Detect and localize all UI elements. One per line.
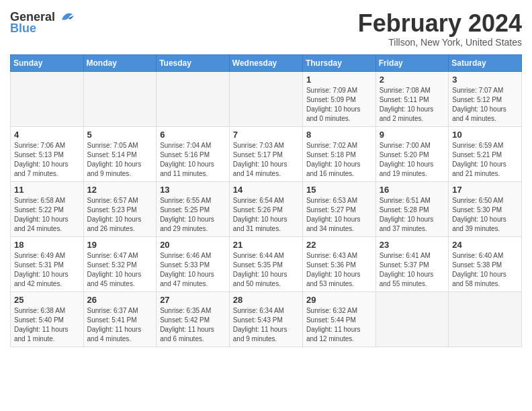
day-number: 13 [160, 185, 226, 195]
calendar-week-row: 25Sunrise: 6:38 AMSunset: 5:40 PMDayligh… [11, 291, 522, 347]
day-number: 24 [452, 240, 518, 250]
page-header: General Blue February 2024 Tillson, New … [10, 10, 522, 48]
day-number: 22 [306, 240, 372, 250]
day-number: 18 [14, 240, 80, 250]
calendar-cell: 22Sunrise: 6:43 AMSunset: 5:36 PMDayligh… [302, 236, 375, 291]
day-number: 17 [452, 185, 518, 195]
calendar-header: SundayMondayTuesdayWednesdayThursdayFrid… [11, 54, 522, 71]
day-number: 11 [14, 185, 80, 195]
day-info: Sunrise: 7:05 AMSunset: 5:14 PMDaylight:… [87, 141, 153, 179]
calendar-cell: 11Sunrise: 6:58 AMSunset: 5:22 PMDayligh… [11, 181, 84, 236]
day-number: 20 [160, 240, 226, 250]
calendar-cell: 27Sunrise: 6:35 AMSunset: 5:42 PMDayligh… [157, 291, 230, 347]
day-number: 19 [87, 240, 153, 250]
calendar-cell: 2Sunrise: 7:08 AMSunset: 5:11 PMDaylight… [375, 71, 448, 126]
calendar-cell: 1Sunrise: 7:09 AMSunset: 5:09 PMDaylight… [302, 71, 375, 126]
day-number: 9 [380, 130, 445, 140]
day-info: Sunrise: 6:53 AMSunset: 5:27 PMDaylight:… [306, 196, 372, 234]
calendar-week-row: 1Sunrise: 7:09 AMSunset: 5:09 PMDaylight… [11, 71, 522, 126]
day-info: Sunrise: 7:03 AMSunset: 5:17 PMDaylight:… [233, 141, 299, 179]
logo: General Blue [10, 10, 77, 36]
day-number: 12 [87, 185, 153, 195]
location: Tillson, New York, United States [358, 37, 522, 48]
day-info: Sunrise: 7:08 AMSunset: 5:11 PMDaylight:… [380, 86, 445, 124]
day-number: 1 [306, 75, 372, 85]
day-number: 29 [306, 295, 372, 305]
calendar-cell [11, 71, 84, 126]
day-info: Sunrise: 7:07 AMSunset: 5:12 PMDaylight:… [452, 86, 518, 124]
day-number: 27 [160, 295, 226, 305]
day-number: 3 [452, 75, 518, 85]
calendar-cell [157, 71, 230, 126]
day-info: Sunrise: 7:00 AMSunset: 5:20 PMDaylight:… [380, 141, 445, 179]
day-info: Sunrise: 7:02 AMSunset: 5:18 PMDaylight:… [306, 141, 372, 179]
day-of-week-header: Tuesday [157, 54, 230, 71]
day-info: Sunrise: 6:32 AMSunset: 5:44 PMDaylight:… [306, 306, 372, 344]
day-info: Sunrise: 7:06 AMSunset: 5:13 PMDaylight:… [14, 141, 80, 179]
day-info: Sunrise: 6:34 AMSunset: 5:43 PMDaylight:… [233, 306, 299, 344]
calendar-table: SundayMondayTuesdayWednesdayThursdayFrid… [10, 54, 522, 347]
day-info: Sunrise: 6:58 AMSunset: 5:22 PMDaylight:… [14, 196, 80, 234]
calendar-week-row: 4Sunrise: 7:06 AMSunset: 5:13 PMDaylight… [11, 126, 522, 181]
calendar-cell: 9Sunrise: 7:00 AMSunset: 5:20 PMDaylight… [375, 126, 448, 181]
day-number: 23 [380, 240, 445, 250]
title-block: February 2024 Tillson, New York, United … [358, 10, 522, 48]
logo-bird-icon [58, 11, 77, 24]
day-info: Sunrise: 7:04 AMSunset: 5:16 PMDaylight:… [160, 141, 226, 179]
calendar-cell [83, 71, 157, 126]
day-info: Sunrise: 6:37 AMSunset: 5:41 PMDaylight:… [87, 306, 153, 344]
day-number: 8 [306, 130, 372, 140]
days-of-week-row: SundayMondayTuesdayWednesdayThursdayFrid… [11, 54, 522, 71]
calendar-cell: 17Sunrise: 6:50 AMSunset: 5:30 PMDayligh… [449, 181, 522, 236]
calendar-cell: 20Sunrise: 6:46 AMSunset: 5:33 PMDayligh… [157, 236, 230, 291]
day-of-week-header: Saturday [449, 54, 522, 71]
day-number: 26 [87, 295, 153, 305]
calendar-cell: 21Sunrise: 6:44 AMSunset: 5:35 PMDayligh… [229, 236, 302, 291]
calendar-cell: 29Sunrise: 6:32 AMSunset: 5:44 PMDayligh… [302, 291, 375, 347]
month-title: February 2024 [358, 10, 522, 37]
day-info: Sunrise: 6:40 AMSunset: 5:38 PMDaylight:… [452, 251, 518, 289]
day-info: Sunrise: 6:38 AMSunset: 5:40 PMDaylight:… [14, 306, 80, 344]
calendar-cell [375, 291, 448, 347]
calendar-cell [449, 291, 522, 347]
day-of-week-header: Sunday [11, 54, 84, 71]
calendar-cell: 16Sunrise: 6:51 AMSunset: 5:28 PMDayligh… [375, 181, 448, 236]
day-of-week-header: Wednesday [229, 54, 302, 71]
day-info: Sunrise: 6:44 AMSunset: 5:35 PMDaylight:… [233, 251, 299, 289]
calendar-cell: 8Sunrise: 7:02 AMSunset: 5:18 PMDaylight… [302, 126, 375, 181]
day-of-week-header: Thursday [302, 54, 375, 71]
day-of-week-header: Friday [375, 54, 448, 71]
calendar-cell: 25Sunrise: 6:38 AMSunset: 5:40 PMDayligh… [11, 291, 84, 347]
calendar-cell: 14Sunrise: 6:54 AMSunset: 5:26 PMDayligh… [229, 181, 302, 236]
day-info: Sunrise: 6:57 AMSunset: 5:23 PMDaylight:… [87, 196, 153, 234]
calendar-cell: 12Sunrise: 6:57 AMSunset: 5:23 PMDayligh… [83, 181, 157, 236]
day-info: Sunrise: 6:51 AMSunset: 5:28 PMDaylight:… [380, 196, 445, 234]
day-number: 10 [452, 130, 518, 140]
day-info: Sunrise: 6:59 AMSunset: 5:21 PMDaylight:… [452, 141, 518, 179]
calendar-cell: 23Sunrise: 6:41 AMSunset: 5:37 PMDayligh… [375, 236, 448, 291]
calendar-cell: 10Sunrise: 6:59 AMSunset: 5:21 PMDayligh… [449, 126, 522, 181]
day-number: 16 [380, 185, 445, 195]
day-info: Sunrise: 7:09 AMSunset: 5:09 PMDaylight:… [306, 86, 372, 124]
logo-blue-text: Blue [10, 21, 36, 36]
day-info: Sunrise: 6:46 AMSunset: 5:33 PMDaylight:… [160, 251, 226, 289]
day-number: 25 [14, 295, 80, 305]
calendar-cell: 15Sunrise: 6:53 AMSunset: 5:27 PMDayligh… [302, 181, 375, 236]
calendar-cell: 5Sunrise: 7:05 AMSunset: 5:14 PMDaylight… [83, 126, 157, 181]
calendar-cell: 26Sunrise: 6:37 AMSunset: 5:41 PMDayligh… [83, 291, 157, 347]
day-info: Sunrise: 6:41 AMSunset: 5:37 PMDaylight:… [380, 251, 445, 289]
calendar-cell: 3Sunrise: 7:07 AMSunset: 5:12 PMDaylight… [449, 71, 522, 126]
day-number: 4 [14, 130, 80, 140]
day-info: Sunrise: 6:54 AMSunset: 5:26 PMDaylight:… [233, 196, 299, 234]
day-info: Sunrise: 6:43 AMSunset: 5:36 PMDaylight:… [306, 251, 372, 289]
calendar-cell: 6Sunrise: 7:04 AMSunset: 5:16 PMDaylight… [157, 126, 230, 181]
calendar-week-row: 11Sunrise: 6:58 AMSunset: 5:22 PMDayligh… [11, 181, 522, 236]
calendar-cell: 13Sunrise: 6:55 AMSunset: 5:25 PMDayligh… [157, 181, 230, 236]
day-of-week-header: Monday [83, 54, 157, 71]
calendar-cell: 24Sunrise: 6:40 AMSunset: 5:38 PMDayligh… [449, 236, 522, 291]
calendar-cell: 19Sunrise: 6:47 AMSunset: 5:32 PMDayligh… [83, 236, 157, 291]
calendar-cell: 7Sunrise: 7:03 AMSunset: 5:17 PMDaylight… [229, 126, 302, 181]
day-info: Sunrise: 6:49 AMSunset: 5:31 PMDaylight:… [14, 251, 80, 289]
day-number: 5 [87, 130, 153, 140]
day-info: Sunrise: 6:47 AMSunset: 5:32 PMDaylight:… [87, 251, 153, 289]
